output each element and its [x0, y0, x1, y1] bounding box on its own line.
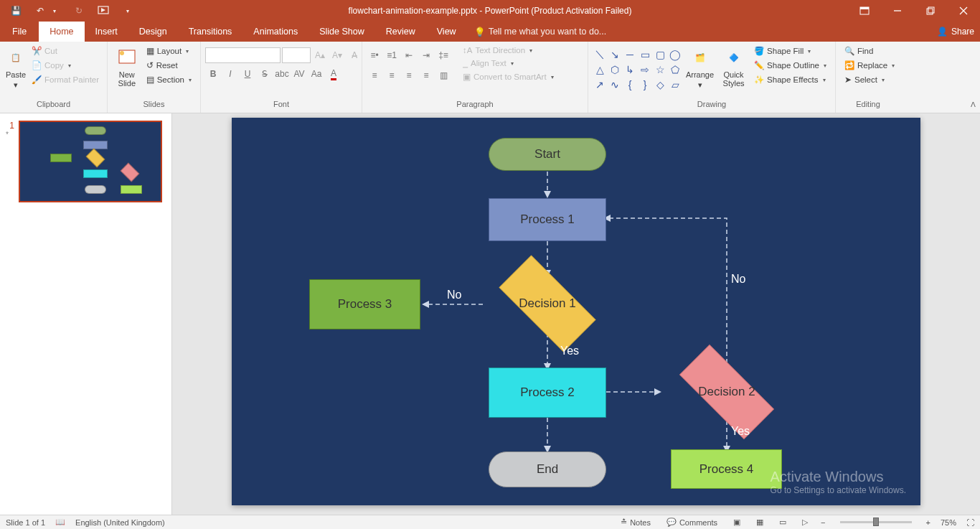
new-slide-button[interactable]: New Slide: [112, 43, 142, 88]
thumbnail-item[interactable]: 1 *: [6, 121, 166, 202]
undo-more-icon[interactable]: ▾: [49, 5, 60, 17]
slide-canvas-area[interactable]: Start Process 1 Decision 1 Process 3 Pro…: [172, 113, 980, 515]
language-indicator[interactable]: English (United Kingdom): [75, 518, 165, 527]
find-button[interactable]: 🔍Find: [842, 45, 897, 57]
columns-icon[interactable]: ▥: [435, 67, 451, 83]
tab-view[interactable]: View: [426, 22, 467, 42]
zoom-slider-thumb[interactable]: [873, 518, 879, 526]
arrange-button[interactable]: 🗂️ Arrange▾: [682, 43, 717, 90]
shadow-icon[interactable]: abc: [274, 66, 290, 82]
tab-slideshow[interactable]: Slide Show: [308, 22, 375, 42]
strikethrough-icon[interactable]: S̶: [257, 66, 273, 82]
replace-button[interactable]: 🔁Replace▾: [842, 59, 897, 72]
minimize-button[interactable]: [881, 0, 914, 22]
slide[interactable]: Start Process 1 Decision 1 Process 3 Pro…: [232, 118, 920, 505]
increase-indent-icon[interactable]: ⇥: [418, 47, 434, 63]
select-button[interactable]: ➤Select▾: [842, 73, 897, 86]
tab-insert[interactable]: Insert: [85, 22, 128, 42]
comments-label: Comments: [679, 518, 717, 527]
shape-outline-button[interactable]: ✏️Shape Outline▾: [751, 59, 829, 72]
new-slide-label: New Slide: [118, 70, 136, 88]
quick-styles-button[interactable]: 🔷 Quick Styles: [717, 43, 750, 88]
flowchart-end[interactable]: End: [489, 451, 606, 487]
flowchart-process-4[interactable]: Process 4: [671, 449, 782, 489]
paste-button[interactable]: 📋 Paste ▾: [4, 43, 27, 90]
shape-fill-button[interactable]: 🪣Shape Fill▾: [751, 45, 829, 57]
layout-button[interactable]: ▦Layout▾: [143, 45, 194, 57]
numbering-icon[interactable]: ≡1: [384, 47, 400, 63]
notes-button[interactable]: ≛Notes: [618, 518, 654, 527]
undo-icon[interactable]: ↶: [34, 5, 46, 17]
font-color-icon[interactable]: A: [326, 66, 341, 82]
clear-formatting-icon[interactable]: A̶: [347, 47, 362, 63]
spellcheck-icon[interactable]: 📖: [55, 518, 65, 527]
qat-customize-icon[interactable]: ▾: [122, 5, 133, 17]
redo-icon[interactable]: ↻: [73, 5, 85, 17]
cut-button[interactable]: ✂️Cut: [29, 45, 102, 57]
tab-review[interactable]: Review: [375, 22, 426, 42]
shape-effects-button[interactable]: ✨Shape Effects▾: [751, 73, 829, 86]
format-painter-button[interactable]: 🖌️Format Painter: [29, 73, 102, 86]
close-button[interactable]: [947, 0, 980, 22]
slide-sorter-view-icon[interactable]: ▦: [753, 518, 766, 527]
align-left-icon[interactable]: ≡: [367, 67, 382, 83]
thumbnail-preview[interactable]: [19, 121, 162, 202]
tell-me-search[interactable]: 💡 Tell me what you want to do...: [474, 22, 607, 42]
flowchart-process-3[interactable]: Process 3: [309, 279, 420, 329]
tab-design[interactable]: Design: [128, 22, 178, 42]
font-name-combo[interactable]: [205, 47, 281, 63]
tab-transitions[interactable]: Transitions: [178, 22, 243, 42]
ribbon-display-options-button[interactable]: [848, 0, 881, 22]
section-button[interactable]: ▤Section▾: [143, 73, 194, 86]
zoom-slider[interactable]: [840, 521, 912, 523]
shrink-font-icon[interactable]: A▾: [329, 47, 345, 63]
flowchart-process-2[interactable]: Process 2: [489, 368, 606, 418]
flowchart-start[interactable]: Start: [489, 138, 606, 171]
bullets-icon[interactable]: ≡•: [367, 47, 382, 63]
slideshow-view-icon[interactable]: ▷: [799, 518, 811, 527]
decrease-indent-icon[interactable]: ⇤: [401, 47, 417, 63]
text-direction-button[interactable]: ↕AText Direction▾: [460, 45, 557, 56]
grow-font-icon[interactable]: A▴: [312, 47, 328, 63]
collapse-ribbon-icon[interactable]: ᐱ: [971, 100, 976, 108]
font-size-combo[interactable]: [282, 47, 311, 63]
save-icon[interactable]: 💾: [10, 5, 22, 17]
copy-button[interactable]: 📄Copy▾: [29, 59, 102, 72]
comments-button[interactable]: 💬Comments: [664, 518, 720, 527]
underline-icon[interactable]: U: [240, 66, 255, 82]
slide-indicator[interactable]: Slide 1 of 1: [6, 518, 45, 527]
svg-rect-5: [927, 9, 933, 14]
align-text-button[interactable]: ⎯Align Text▾: [460, 57, 557, 69]
justify-icon[interactable]: ≡: [418, 67, 434, 83]
tab-home[interactable]: Home: [39, 22, 84, 42]
change-case-icon[interactable]: Aa: [308, 66, 324, 82]
bold-icon[interactable]: B: [205, 66, 221, 82]
char-spacing-icon[interactable]: AV: [291, 66, 307, 82]
italic-icon[interactable]: I: [222, 66, 238, 82]
zoom-in-icon[interactable]: +: [926, 518, 930, 527]
align-center-icon[interactable]: ≡: [384, 67, 400, 83]
format-painter-label: Format Painter: [44, 75, 99, 84]
restore-button[interactable]: [914, 0, 947, 22]
normal-view-icon[interactable]: ▣: [730, 518, 743, 527]
zoom-out-icon[interactable]: −: [821, 518, 825, 527]
tab-file[interactable]: File: [0, 22, 39, 42]
start-from-beginning-icon[interactable]: [98, 5, 109, 17]
fit-to-window-icon[interactable]: ⛶: [966, 518, 974, 527]
zoom-level[interactable]: 75%: [941, 518, 956, 527]
flowchart-decision-1[interactable]: Decision 1: [483, 271, 612, 336]
reading-view-icon[interactable]: ▭: [776, 518, 789, 527]
shapes-gallery[interactable]: ＼↘─▭▢◯ △⬡↳⇨☆⬠ ↗∿{}◇▱: [593, 47, 682, 92]
share-icon: 👤: [937, 27, 948, 37]
reset-button[interactable]: ↺Reset: [143, 59, 194, 72]
align-right-icon[interactable]: ≡: [401, 67, 417, 83]
share-button[interactable]: 👤 Share: [937, 22, 974, 42]
convert-smartart-button[interactable]: ▣Convert to SmartArt▾: [460, 70, 557, 83]
tab-animations[interactable]: Animations: [242, 22, 308, 42]
line-spacing-icon[interactable]: ‡≡: [435, 47, 451, 63]
flowchart-decision-2[interactable]: Decision 2: [662, 362, 791, 422]
group-label-font: Font: [205, 100, 357, 113]
flowchart-process-1[interactable]: Process 1: [489, 198, 606, 241]
section-icon: ▤: [146, 75, 154, 85]
slide-thumbnails-panel[interactable]: 1 *: [0, 113, 172, 515]
